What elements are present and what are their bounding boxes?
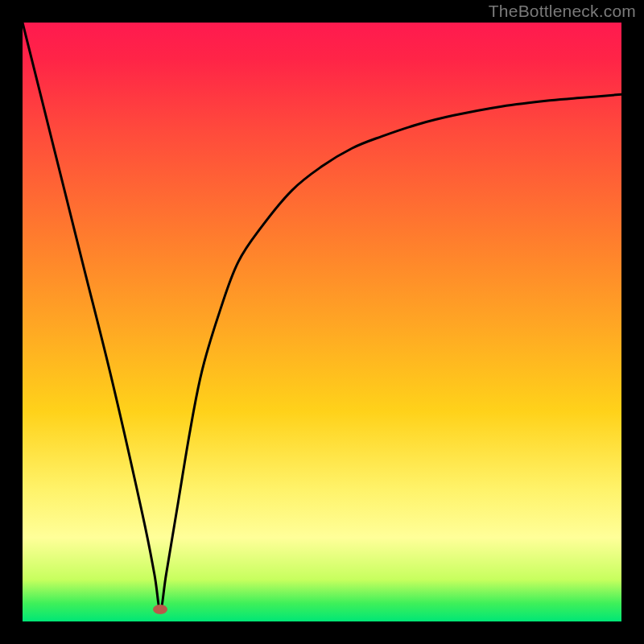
bottleneck-curve — [23, 23, 621, 621]
watermark-text: TheBottleneck.com — [489, 2, 636, 21]
plot-area — [23, 23, 621, 621]
optimal-point-marker — [153, 605, 167, 614]
chart-frame: TheBottleneck.com — [0, 0, 644, 644]
